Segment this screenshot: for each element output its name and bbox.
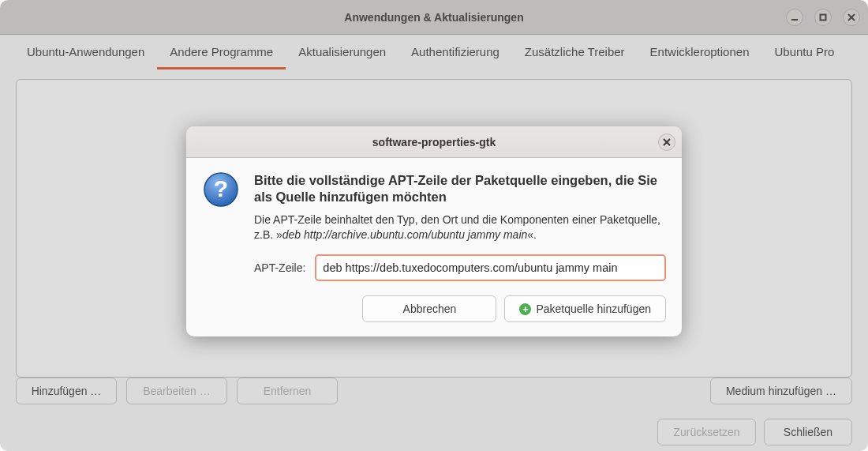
add-source-button[interactable]: + Paketquelle hinzufügen [504,295,666,322]
close-icon [663,138,671,146]
add-source-dialog: software-properties-gtk ? [186,126,682,336]
question-icon: ? [202,171,240,209]
dialog-description-example: deb http://archive.ubuntu.com/ubuntu jam… [282,228,528,241]
dialog-description: Die APT-Zeile beinhaltet den Typ, den Or… [254,212,666,243]
add-source-button-label: Paketquelle hinzufügen [536,303,651,315]
main-window: Anwendungen & Aktualisierungen Ubuntu-An… [0,0,868,451]
dialog-body: ? Bitte die vollständige APT-Zeile der P… [186,158,682,336]
dialog-close-button[interactable] [658,133,675,151]
dialog-description-post: «. [527,228,537,241]
dialog-heading: Bitte die vollständige APT-Zeile der Pak… [254,172,666,206]
dialog-actions: Abbrechen + Paketquelle hinzufügen [254,295,666,322]
svg-text:?: ? [214,175,228,201]
dialog-content: Bitte die vollständige APT-Zeile der Pak… [254,171,666,322]
dialog-title: software-properties-gtk [372,136,496,148]
apt-line-row: APT-Zeile: [254,254,666,281]
apt-line-label: APT-Zeile: [254,261,305,274]
apt-line-input[interactable] [315,254,666,281]
dialog-titlebar: software-properties-gtk [186,126,682,158]
plus-icon: + [519,303,531,315]
cancel-button[interactable]: Abbrechen [362,295,496,322]
